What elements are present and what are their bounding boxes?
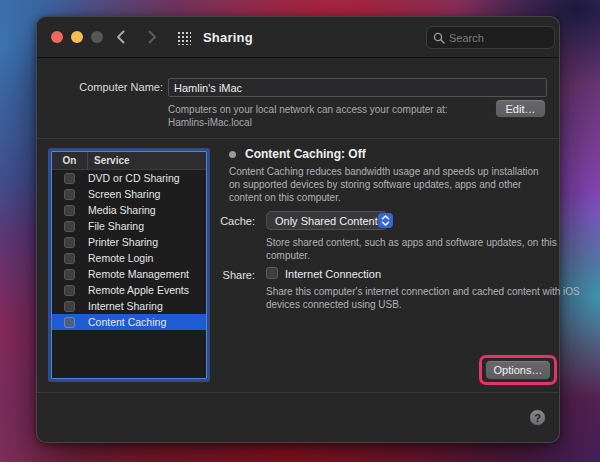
- search-field[interactable]: [426, 26, 555, 49]
- service-row[interactable]: Media Sharing: [52, 202, 206, 218]
- service-checkbox[interactable]: [64, 173, 75, 184]
- forward-chevron-icon[interactable]: [143, 28, 161, 46]
- nav-buttons: [111, 28, 161, 46]
- traffic-lights: [51, 31, 103, 43]
- service-row[interactable]: File Sharing: [52, 218, 206, 234]
- status-description: Content Caching reduces bandwidth usage …: [229, 165, 549, 204]
- internet-connection-checkbox[interactable]: [266, 267, 278, 279]
- popup-stepper-icon: [378, 213, 393, 228]
- computer-name-field[interactable]: [168, 78, 547, 97]
- service-row[interactable]: Remote Apple Events: [52, 282, 206, 298]
- service-row[interactable]: Screen Sharing: [52, 186, 206, 202]
- share-label: Share:: [185, 269, 255, 281]
- services-table-header: On Service: [52, 152, 206, 170]
- share-description: Share this computer's internet connectio…: [266, 285, 588, 311]
- internet-connection-label: Internet Connection: [285, 268, 381, 280]
- sharing-preferences-window: Sharing Computer Name: Computers on your…: [36, 16, 560, 443]
- options-button[interactable]: Options…: [485, 360, 551, 380]
- close-window-button[interactable]: [51, 31, 63, 43]
- local-network-description: Computers on your local network can acce…: [168, 103, 448, 129]
- service-row[interactable]: Printer Sharing: [52, 234, 206, 250]
- service-row[interactable]: DVD or CD Sharing: [52, 170, 206, 186]
- service-checkbox[interactable]: [64, 237, 75, 248]
- zoom-window-button[interactable]: [91, 31, 103, 43]
- main-content: On Service DVD or CD Sharing Screen Shar…: [37, 139, 559, 393]
- service-row[interactable]: Remote Login: [52, 250, 206, 266]
- status-indicator-icon: [229, 151, 236, 158]
- services-table[interactable]: On Service DVD or CD Sharing Screen Shar…: [51, 151, 207, 379]
- show-all-grid-icon[interactable]: [177, 31, 191, 45]
- back-chevron-icon[interactable]: [111, 28, 129, 46]
- service-row[interactable]: Internet Sharing: [52, 298, 206, 314]
- computer-name-section: Computer Name: Computers on your local n…: [37, 58, 559, 139]
- service-row-content-caching-selected[interactable]: Content Caching: [52, 314, 206, 330]
- service-checkbox[interactable]: [64, 189, 75, 200]
- service-checkbox[interactable]: [64, 205, 75, 216]
- help-button[interactable]: ?: [529, 409, 546, 426]
- title-bar: Sharing: [37, 17, 559, 58]
- edit-button[interactable]: Edit…: [495, 99, 546, 118]
- service-row[interactable]: Remote Management: [52, 266, 206, 282]
- search-input[interactable]: [449, 32, 539, 44]
- minimize-window-button[interactable]: [71, 31, 83, 43]
- status-title: Content Caching: Off: [245, 147, 366, 161]
- search-icon: [433, 32, 445, 44]
- column-header-service: Service: [88, 155, 130, 166]
- service-checkbox[interactable]: [64, 317, 75, 328]
- cache-popup-value: Only Shared Content: [275, 215, 378, 227]
- cache-description: Store shared content, such as apps and s…: [266, 236, 566, 262]
- column-header-on: On: [52, 152, 88, 170]
- service-checkbox[interactable]: [64, 301, 75, 312]
- status-row: Content Caching: Off: [229, 147, 366, 161]
- service-checkbox[interactable]: [64, 269, 75, 280]
- service-checkbox[interactable]: [64, 253, 75, 264]
- window-title: Sharing: [203, 30, 253, 45]
- cache-popup-button[interactable]: Only Shared Content: [266, 211, 388, 230]
- computer-name-label: Computer Name:: [37, 81, 163, 93]
- service-checkbox[interactable]: [64, 285, 75, 296]
- cache-label: Cache:: [185, 215, 255, 227]
- service-checkbox[interactable]: [64, 221, 75, 232]
